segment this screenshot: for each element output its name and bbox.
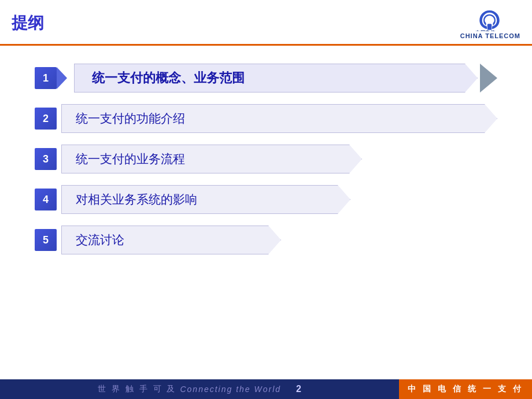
china-telecom-logo-icon: 中国电信 [473, 7, 508, 31]
menu-content-3: 统一支付的业务流程 [61, 145, 362, 173]
right-cap-icon [480, 64, 497, 93]
main-content: 1 统一支付的概念、业务范围 2 统一支付的功能介绍 3 统一支付的业务流程 4… [0, 51, 532, 261]
menu-text-5: 交流讨论 [76, 232, 124, 248]
svg-text:中国电信: 中国电信 [475, 30, 496, 31]
badge-3: 3 [35, 148, 57, 170]
menu-text-1: 统一支付的概念、业务范围 [92, 69, 245, 87]
logo-text: CHINA TELECOM [460, 32, 520, 39]
badge-4: 4 [35, 189, 57, 210]
svg-rect-0 [487, 24, 492, 30]
menu-content-4: 对相关业务系统的影响 [61, 185, 350, 214]
footer-right-text: 中 国 电 信 统 一 支 付 [408, 384, 523, 394]
menu-item-1[interactable]: 1 统一支付的概念、业务范围 [35, 63, 497, 93]
menu-text-2: 统一支付的功能介绍 [76, 110, 185, 127]
footer-left: 世 界 触 手 可 及 Connecting the World 2 [0, 379, 399, 399]
menu-content-2: 统一支付的功能介绍 [61, 104, 497, 133]
menu-item-2[interactable]: 2 统一支付的功能介绍 [35, 104, 497, 134]
menu-text-3: 统一支付的业务流程 [76, 151, 185, 167]
menu-item-3[interactable]: 3 统一支付的业务流程 [35, 144, 497, 174]
header: 提纲 中国电信 CHINA TELECOM [0, 0, 532, 46]
page-title: 提纲 [12, 12, 44, 34]
footer: 世 界 触 手 可 及 Connecting the World 2 中 国 电… [0, 379, 532, 399]
menu-content-1: 统一支付的概念、业务范围 [74, 64, 478, 93]
left-triangle-icon [57, 67, 67, 89]
menu-text-4: 对相关业务系统的影响 [76, 191, 197, 208]
logo: 中国电信 CHINA TELECOM [460, 7, 520, 39]
badge-5: 5 [35, 229, 57, 251]
menu-item-5[interactable]: 5 交流讨论 [35, 225, 497, 255]
badge-2: 2 [35, 108, 57, 130]
badge-1: 1 [35, 67, 57, 89]
footer-chinese: 世 界 触 手 可 及 [98, 384, 176, 394]
footer-connecting: Connecting the World [180, 385, 281, 394]
menu-content-5: 交流讨论 [61, 226, 281, 254]
footer-page-number: 2 [296, 384, 301, 394]
footer-right: 中 国 电 信 统 一 支 付 [399, 379, 532, 399]
menu-item-4[interactable]: 4 对相关业务系统的影响 [35, 184, 497, 215]
